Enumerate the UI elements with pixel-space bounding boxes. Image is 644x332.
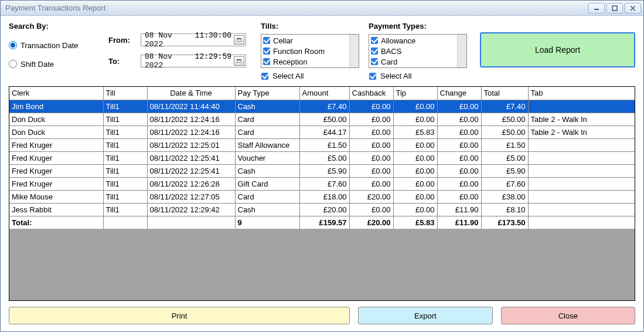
ptypes-scrollbar[interactable] — [457, 35, 466, 67]
ptype-item[interactable]: BACS — [370, 46, 465, 56]
cell-tip: £0.00 — [393, 113, 437, 126]
ptypes-listbox[interactable]: Allowance BACS Card — [369, 34, 467, 68]
ptype-item[interactable]: Allowance — [370, 35, 465, 46]
col-header[interactable]: Pay Type — [235, 87, 299, 100]
tills-scrollbar[interactable] — [349, 35, 359, 67]
to-row: To: 08 Nov 2022 12:29:59 — [108, 53, 261, 69]
cell-dt: 08/11/2022 12:25:41 — [147, 151, 235, 164]
table-row[interactable]: Mike MouseTill108/11/2022 12:27:05Card£1… — [9, 190, 635, 203]
till-item[interactable]: Cellar — [263, 35, 357, 46]
col-header[interactable]: Tip — [393, 87, 437, 100]
cell-clerk: Jess Rabbit — [9, 203, 103, 216]
close-window-button[interactable] — [625, 3, 641, 13]
minimize-button[interactable] — [588, 3, 605, 13]
export-button[interactable]: Export — [358, 307, 492, 324]
cell-till: Till1 — [103, 203, 147, 216]
ptypes-select-all[interactable]: Select All — [369, 72, 474, 80]
checkbox-icon[interactable] — [369, 72, 377, 80]
till-item[interactable]: Reception — [263, 56, 357, 67]
col-header[interactable]: Change — [437, 87, 481, 100]
cell-clerk: Fred Kruger — [9, 177, 103, 190]
col-header[interactable]: Cashback — [349, 87, 393, 100]
table-row[interactable]: Don DuckTill108/11/2022 12:24:16Card£44.… — [9, 126, 635, 138]
checkbox-icon[interactable] — [370, 36, 379, 45]
to-datetime-input[interactable]: 08 Nov 2022 12:29:59 — [141, 55, 246, 67]
table-row[interactable]: Fred KrugerTill108/11/2022 12:25:41Cash£… — [9, 164, 635, 177]
col-header[interactable]: Date & Time — [147, 87, 235, 100]
cell-till: Till1 — [103, 151, 147, 164]
to-date-value: 08 Nov 2022 — [145, 52, 190, 70]
cell-tab — [528, 164, 635, 177]
ptype-item[interactable]: Card — [370, 56, 465, 67]
cell-total: £5.00 — [481, 151, 528, 164]
checkbox-icon[interactable] — [263, 57, 271, 66]
calendar-icon — [237, 59, 241, 63]
results-grid[interactable]: Clerk Till Date & Time Pay Type Amount C… — [9, 87, 635, 229]
cell-tab — [528, 138, 635, 151]
table-row[interactable]: Fred KrugerTill108/11/2022 12:25:01Staff… — [9, 138, 635, 151]
cell-change: £0.00 — [437, 138, 481, 151]
cell-change: £0.00 — [437, 164, 481, 177]
col-header[interactable]: Tab — [528, 87, 635, 100]
cell-till: Till1 — [103, 126, 147, 138]
cell-total: £50.00 — [481, 113, 528, 126]
ptype-item-label: Allowance — [381, 36, 415, 45]
cell-till: Till1 — [103, 100, 147, 113]
cell-total: £7.40 — [481, 100, 528, 113]
table-row[interactable]: Fred KrugerTill108/11/2022 12:26:28Gift … — [9, 177, 635, 190]
total-cell: £5.83 — [393, 216, 437, 229]
window-controls — [588, 3, 641, 13]
maximize-button[interactable] — [606, 3, 623, 13]
col-header[interactable]: Till — [103, 87, 147, 100]
close-icon — [629, 5, 636, 11]
table-row[interactable]: Jim BondTill108/11/2022 11:44:40Cash£7.4… — [9, 100, 635, 113]
total-cell: 9 — [235, 216, 299, 229]
cell-total: £38.00 — [481, 190, 528, 203]
cell-dt: 08/11/2022 12:25:41 — [147, 164, 235, 177]
radio-transaction-date-input[interactable] — [9, 41, 17, 49]
cell-change: £0.00 — [437, 190, 481, 203]
radio-shift-date[interactable]: Shift Date — [9, 56, 108, 72]
radio-shift-date-input[interactable] — [9, 60, 17, 68]
checkbox-icon[interactable] — [370, 57, 379, 66]
svg-rect-3 — [237, 38, 241, 39]
cell-amount: £18.00 — [299, 190, 349, 203]
table-row[interactable]: Jess RabbitTill108/11/2022 12:29:42Cash£… — [9, 203, 635, 216]
total-cell: £20.00 — [349, 216, 393, 229]
from-row: From: 08 Nov 2022 11:30:00 — [108, 32, 261, 48]
ptype-item-label: BACS — [381, 47, 401, 56]
load-report-button[interactable]: Load Report — [480, 32, 635, 67]
cell-cashback: £0.00 — [349, 138, 393, 151]
cell-amount: £50.00 — [299, 113, 349, 126]
cell-dt: 08/11/2022 12:29:42 — [147, 203, 235, 216]
tills-listbox[interactable]: Cellar Function Room Reception — [261, 34, 359, 68]
radio-transaction-date[interactable]: Transaction Date — [9, 38, 108, 53]
till-item[interactable]: Function Room — [263, 46, 357, 56]
to-date-picker-button[interactable] — [234, 56, 244, 66]
cell-dt: 08/11/2022 11:44:40 — [147, 100, 235, 113]
cell-clerk: Fred Kruger — [9, 164, 103, 177]
cell-cashback: £20.00 — [349, 190, 393, 203]
table-row[interactable]: Don DuckTill108/11/2022 12:24:16Card£50.… — [9, 113, 635, 126]
col-header[interactable]: Amount — [299, 87, 349, 100]
checkbox-icon[interactable] — [263, 47, 271, 55]
table-row[interactable]: Fred KrugerTill108/11/2022 12:25:41Vouch… — [9, 151, 635, 164]
cell-cashback: £0.00 — [349, 177, 393, 190]
from-date-picker-button[interactable] — [234, 35, 244, 45]
col-header[interactable]: Total — [481, 87, 528, 100]
checkbox-icon[interactable] — [370, 47, 379, 55]
from-datetime-input[interactable]: 08 Nov 2022 11:30:00 — [141, 33, 246, 46]
checkbox-icon[interactable] — [261, 72, 269, 80]
print-button[interactable]: Print — [9, 307, 350, 324]
radio-shift-date-label: Shift Date — [21, 60, 54, 69]
col-header[interactable]: Clerk — [9, 87, 103, 100]
cell-change: £0.00 — [437, 100, 481, 113]
checkbox-icon[interactable] — [263, 36, 271, 45]
svg-rect-1 — [612, 6, 617, 11]
results-grid-container: Clerk Till Date & Time Pay Type Amount C… — [9, 86, 635, 301]
calendar-icon — [237, 38, 241, 42]
tills-select-all[interactable]: Select All — [261, 72, 366, 80]
total-cell: £11.90 — [437, 216, 481, 229]
cell-ptype: Cash — [235, 100, 299, 113]
close-button[interactable]: Close — [501, 307, 635, 324]
